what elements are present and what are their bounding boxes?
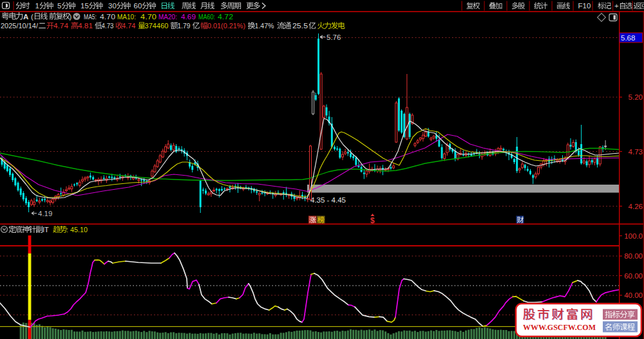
svg-text:A: A <box>23 13 28 21</box>
svg-text:1: 1 <box>35 2 39 10</box>
svg-text:4.26: 4.26 <box>629 203 643 210</box>
svg-text:4.72: 4.72 <box>218 13 233 21</box>
svg-text:: 45.10: : 45.10 <box>66 226 88 234</box>
svg-text:1.79: 1.79 <box>178 22 191 30</box>
svg-text:40.00: 40.00 <box>624 291 643 299</box>
svg-text:60.00: 60.00 <box>624 272 643 280</box>
svg-text:MA5:: MA5: <box>84 13 97 21</box>
svg-text:F10: F10 <box>578 2 591 10</box>
svg-text:0.01(0.21%): 0.01(0.21%) <box>207 22 245 30</box>
svg-text:15: 15 <box>80 2 89 10</box>
svg-text:MA10:: MA10: <box>117 13 136 21</box>
svg-text:+: + <box>614 2 619 10</box>
svg-text:WWW.GSCFW.COM: WWW.GSCFW.COM <box>523 322 596 332</box>
svg-text:MA60:: MA60: <box>198 13 215 21</box>
svg-text:374460: 374460 <box>145 22 169 30</box>
svg-text:4.74: 4.74 <box>53 22 69 30</box>
svg-text:MA20:: MA20: <box>158 13 177 21</box>
svg-text:80.00: 80.00 <box>624 252 643 260</box>
svg-text:25.5: 25.5 <box>292 22 308 30</box>
svg-text:5.20: 5.20 <box>629 93 643 101</box>
svg-text:5.76: 5.76 <box>327 33 341 41</box>
svg-text:4.70: 4.70 <box>100 13 115 21</box>
svg-text:1.47%: 1.47% <box>255 22 274 30</box>
svg-text:2025/10/14/: 2025/10/14/ <box>1 22 39 30</box>
svg-text:4.74: 4.74 <box>122 22 136 30</box>
svg-text:60: 60 <box>134 2 142 10</box>
svg-text:100.0: 100.0 <box>624 232 643 240</box>
svg-text:30: 30 <box>108 2 117 10</box>
svg-text:5: 5 <box>57 2 61 10</box>
svg-text:4.70: 4.70 <box>140 13 156 21</box>
svg-text:4.73: 4.73 <box>629 148 643 156</box>
svg-text:(: ( <box>31 13 33 21</box>
svg-text:4.35 - 4.45: 4.35 - 4.45 <box>310 196 346 204</box>
svg-text:4.81: 4.81 <box>78 22 93 30</box>
svg-text:4.73: 4.73 <box>102 22 114 30</box>
svg-text:): ) <box>70 13 72 21</box>
svg-text:4.69: 4.69 <box>181 13 196 21</box>
svg-text:5.68: 5.68 <box>621 34 635 42</box>
svg-text:4.19: 4.19 <box>38 210 52 217</box>
svg-text:IT: IT <box>43 226 49 234</box>
